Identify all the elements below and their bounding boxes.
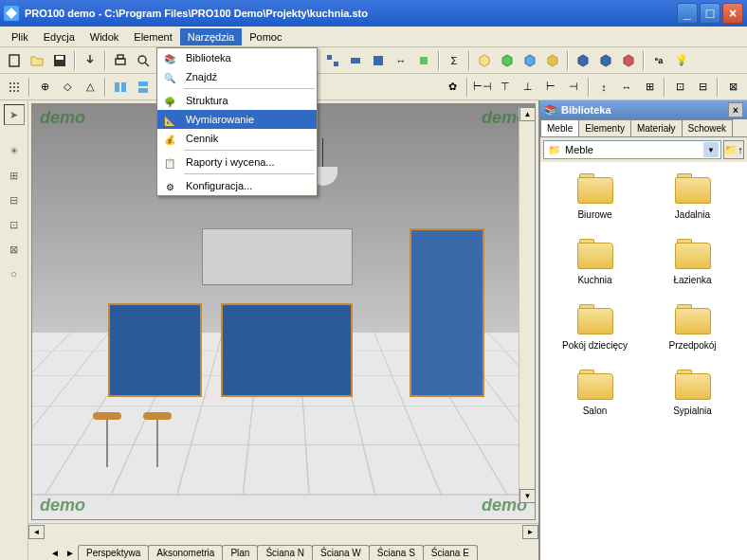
menu-separator [184,150,315,151]
lt-tool5[interactable]: ○ [4,263,25,284]
sum-button[interactable]: Σ [444,50,465,71]
preview-button[interactable] [133,50,154,71]
view-tab[interactable]: Ściana S [369,545,424,560]
tool-resize-button[interactable]: ↔ [391,50,411,71]
grid-button[interactable] [4,77,25,98]
box5-button[interactable] [573,50,593,71]
dim3-button[interactable]: ⊥ [518,77,538,98]
tab-nav-left[interactable]: ◄ [47,545,63,560]
scroll-vertical[interactable]: ▲ ▼ [519,107,535,503]
align2-button[interactable] [133,77,154,98]
import-button[interactable] [80,50,100,71]
tool-c-button[interactable] [345,50,366,71]
folder-label: Łazienka [673,275,711,285]
menu-item-pomoc[interactable]: Pomoc [242,28,289,45]
view-tab[interactable]: Ściana W [312,545,370,560]
box7-button[interactable] [618,50,639,71]
svg-rect-11 [334,62,338,66]
lt-tool4[interactable]: ⊠ [4,239,25,260]
menu-item-report[interactable]: 📋Raporty i wycena... [157,153,317,172]
box2-button[interactable] [497,50,518,71]
menu-item-label: Wymiarowanie [186,114,254,125]
library-tab[interactable]: Elementy [578,119,631,136]
library-title: Biblioteka [561,104,611,116]
align1-button[interactable] [110,77,131,98]
save-button[interactable] [49,50,70,71]
view-tab[interactable]: Perspektywa [78,545,149,560]
menu-item-config[interactable]: ⚙Konfiguracja... [157,176,317,195]
open-button[interactable] [27,50,47,71]
dim2-button[interactable]: ⊤ [495,77,516,98]
report-icon: 📋 [161,154,178,172]
close-button[interactable]: × [722,3,743,24]
snap1-button[interactable]: ⊕ [34,77,55,98]
menu-item-edycja[interactable]: Edycja [36,28,82,45]
tool-d-button[interactable] [368,50,389,71]
snap3-button[interactable]: △ [80,77,100,98]
snap2-button[interactable]: ◇ [57,77,78,98]
box1-button[interactable] [474,50,495,71]
new-button[interactable] [4,50,25,71]
svg-rect-10 [327,55,332,60]
menu-item-find[interactable]: 🔍Znajdź [157,67,317,86]
minimize-button[interactable]: _ [677,3,698,24]
view-tab[interactable]: Ściana E [423,545,478,560]
box6-button[interactable] [595,50,616,71]
folder-item[interactable]: Łazienka [646,235,739,289]
left-toolbar: ➤ ☀ ⊞ ⊟ ⊡ ⊠ ○ [0,100,28,560]
view-tab[interactable]: Aksonometria [148,545,223,560]
folder-icon [673,370,713,402]
lt-tool3[interactable]: ⊡ [4,214,25,235]
lt-tool2[interactable]: ⊟ [4,190,25,210]
dim8-button[interactable]: ⊞ [639,77,660,98]
bulb-button[interactable]: 💡 [671,50,692,71]
library-tabs: MebleElementyMateriałySchowek [540,119,747,137]
print-button[interactable] [110,50,131,71]
menu-item-dimension[interactable]: 📐Wymiarowanie [157,110,317,129]
folder-item[interactable]: Przedpokój [646,300,739,354]
folder-up-button[interactable]: 📁↑ [723,140,744,159]
box3-button[interactable] [519,50,540,71]
library-tab[interactable]: Meble [540,119,579,136]
lt-tool1[interactable]: ⊞ [4,165,25,186]
dim4-button[interactable]: ⊢ [540,77,561,98]
menu-item-plik[interactable]: Plik [4,28,36,45]
view-tab[interactable]: Ściana N [257,545,313,560]
maximize-button[interactable]: □ [700,3,720,24]
dim5-button[interactable]: ⊣ [563,77,584,98]
menu-item-narzędzia[interactable]: Narzędzia [180,28,243,45]
text-button[interactable]: ªa [648,50,669,71]
light-button[interactable]: ☀ [4,140,25,161]
box4-button[interactable] [542,50,563,71]
menu-item-tree[interactable]: 🌳Struktura [157,91,317,110]
menu-item-price[interactable]: 💰Cennik [157,129,317,148]
folder-item[interactable]: Sypialnia [646,366,739,420]
flower-button[interactable]: ✿ [442,77,463,98]
menu-item-label: Cennik [186,133,218,144]
pointer-button[interactable]: ➤ [4,104,25,125]
folder-item[interactable]: Biurowe [548,170,642,224]
library-folder-select[interactable]: 📁 Meble ▼ [543,140,721,159]
folder-item[interactable]: Kuchnia [548,235,642,289]
library-close-button[interactable]: × [728,102,743,117]
library-tab[interactable]: Schowek [682,119,734,136]
menu-item-widok[interactable]: Widok [82,28,127,45]
folder-item[interactable]: Jadalnia [646,170,739,224]
dim7-button[interactable]: ↔ [616,77,637,98]
dim9-button[interactable]: ⊡ [669,77,690,98]
scroll-horizontal[interactable]: ◄ ► [28,523,538,539]
tab-nav-right[interactable]: ► [63,545,78,560]
dim1-button[interactable]: ⊢⊣ [472,77,493,98]
menu-item-element[interactable]: Element [126,28,179,45]
dim10-button[interactable]: ⊟ [692,77,713,98]
view-tab[interactable]: Plan [222,545,258,560]
folder-item[interactable]: Salon [548,366,642,420]
tool-b-button[interactable] [322,50,343,71]
dim11-button[interactable]: ⊠ [722,77,743,98]
tool-e-button[interactable] [413,50,434,71]
menu-item-library[interactable]: 📚Biblioteka [157,48,317,67]
library-tab[interactable]: Materiały [630,119,683,136]
svg-point-22 [13,90,15,92]
dim6-button[interactable]: ↕ [593,77,614,98]
folder-item[interactable]: Pokój dziecięcy [548,300,642,354]
